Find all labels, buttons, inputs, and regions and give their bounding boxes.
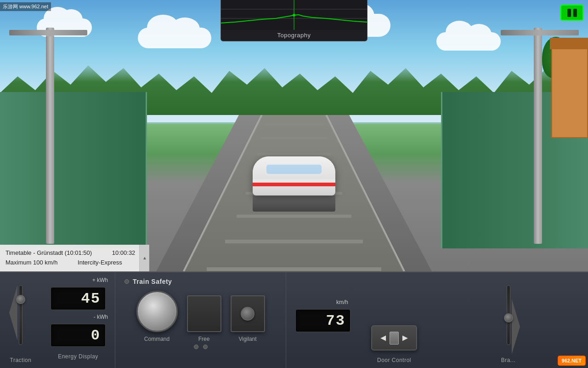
free-item: Free [187,295,221,342]
safety-indicator-dot [124,279,129,284]
door-arrow-left: ◄ [379,333,388,343]
kmh-label: km/h [336,299,353,305]
energy-neg-display: 0 [51,324,106,347]
timetable-line2: Maximum 100 km/h Intercity-Express [6,258,135,268]
brake-lever-container [497,285,520,354]
traction-triangle [9,285,17,340]
door-arrow-right: ► [401,333,410,343]
speed-value: 73 [326,312,345,329]
traction-section: Traction [0,272,41,368]
electric-pole-right [534,28,542,244]
command-item: Command [136,291,178,342]
cloud-4 [436,32,501,51]
brake-section: Bra... [429,272,588,368]
brake-triangle [512,299,520,354]
energy-section: + kWh 45 - kWh 0 Energy Display [41,272,115,368]
command-button[interactable] [136,291,178,332]
traction-label: Traction [10,357,32,363]
train-safety-title: Train Safety [133,278,172,285]
traction-lever-track [19,285,23,345]
free-button[interactable] [187,295,221,332]
energy-pos-display: 45 [51,287,106,310]
safety-dot-1 [194,345,198,349]
door-section: ◄ ► Door Control [360,272,429,368]
safety-controls: Command Free Vigilant [136,291,265,342]
train [253,156,335,212]
pause-button[interactable] [560,5,583,21]
energy-display-label: Energy Display [58,353,98,360]
energy-neg-label: - kWh [94,314,108,320]
topography-panel: Topography [220,0,368,41]
game-viewport: Topography Timetable - Grünstadt (10:01:… [0,0,588,271]
electric-pole-left [46,28,54,244]
brake-lever-track [507,285,510,345]
brake-lever-knob[interactable] [504,313,513,322]
pause-bar-right [573,9,577,17]
timetable-line1: Timetable - Grünstadt (10:01:50) 10:00:3… [6,248,135,258]
traction-lever-container [9,285,32,354]
safety-dot-2 [203,345,208,349]
barrier-left [0,92,147,248]
safety-header: Train Safety [124,278,172,285]
topography-chart [221,0,367,30]
speed-section: km/h 73 [286,272,360,368]
train-stripe [253,183,335,186]
vigilant-item: Vigilant [231,295,265,342]
vigilant-button[interactable] [231,295,265,332]
info-scroll-button[interactable]: ▲ [139,245,149,271]
train-window [266,165,322,174]
train-undercarriage [253,196,335,212]
train-safety-section: Train Safety Command Free Vigilant [115,272,286,368]
vigilant-knob [241,307,254,321]
door-icon: ◄ ► [379,332,410,345]
svg-point-14 [293,14,295,17]
vigilant-label: Vigilant [238,336,256,342]
traction-lever-knob[interactable] [16,295,25,304]
command-label: Command [144,336,170,342]
safety-dots-row [194,345,208,349]
timetable-overlay: Timetable - Grünstadt (10:01:50) 10:00:3… [0,245,149,271]
building-right [551,46,588,138]
topography-label: Topography [221,30,367,41]
brake-label: Bra... [501,357,516,363]
cloud-2 [138,28,211,48]
energy-pos-value: 45 [81,290,101,307]
control-panel: Traction + kWh 45 - kWh 0 Energy Display… [0,271,588,368]
door-middle [390,332,399,345]
pause-bar-left [567,9,571,17]
energy-pos-label: + kWh [92,277,108,283]
watermark-badge-container: 962.NET [558,356,586,366]
energy-neg-value: 0 [91,327,101,344]
door-control-button[interactable]: ◄ ► [371,325,417,351]
free-label: Free [198,336,210,342]
train-body [253,156,335,196]
speed-display: 73 [295,309,351,332]
door-control-label: Door Control [377,357,411,363]
overhead-wire [46,35,54,36]
watermark-top: 乐游网 www.962.net [0,2,51,11]
watermark-badge: 962.NET [558,356,586,366]
